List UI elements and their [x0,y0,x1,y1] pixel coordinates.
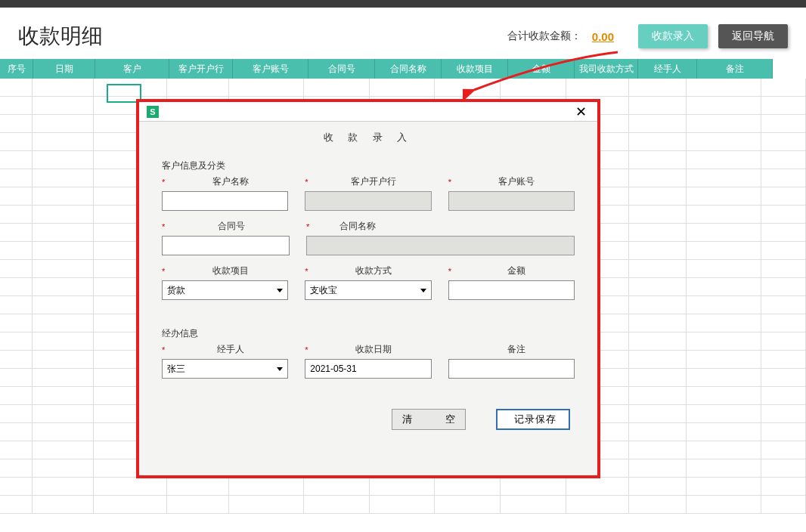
save-button[interactable]: 记录保存 [496,409,570,430]
header-right-group: 合计收款金额： 0.00 收款录入 返回导航 [507,24,788,48]
label-receipt-method: 收款方式 [316,264,432,277]
modal-body: 收 款 录 入 客户信息及分类 *客户名称 *客户开户行 *客户账号 [139,122,597,442]
total-amount-value[interactable]: 0.00 [592,30,614,43]
col-contract: 合同号 [308,59,375,79]
clear-button[interactable]: 清 空 [392,409,466,430]
label-receipt-date: 收款日期 [316,343,432,356]
input-customer-bank[interactable] [305,191,431,211]
label-customer-account: 客户账号 [459,175,575,188]
label-customer-bank: 客户开户行 [316,175,432,188]
label-receipt-item: 收款项目 [172,264,288,277]
input-contract-no[interactable] [162,236,290,255]
col-date: 日期 [33,59,95,79]
modal-title-bar: S ✕ [139,102,597,122]
section-customer-info: 客户信息及分类 [162,159,575,172]
col-item: 收款项目 [442,59,508,79]
col-serial: 序号 [0,59,33,79]
col-method: 我司收款方式 [575,59,638,79]
col-bank: 客户开户行 [169,59,233,79]
col-handler: 经手人 [638,59,697,79]
label-handler: 经手人 [172,343,288,356]
col-customer: 客户 [95,59,169,79]
entry-button[interactable]: 收款录入 [638,24,708,48]
back-nav-button[interactable]: 返回导航 [718,24,788,48]
input-customer-account[interactable] [448,191,575,211]
page-title: 收款明细 [18,22,103,51]
input-receipt-date[interactable] [305,359,431,379]
window-top-bar [0,0,806,8]
col-remark: 备注 [697,59,773,79]
modal-highlight-frame: S ✕ 收 款 录 入 客户信息及分类 *客户名称 *客户开户行 *客户账号 [136,99,600,478]
table-row [0,496,806,514]
label-amount: 金额 [459,264,575,277]
col-contract-name: 合同名称 [375,59,442,79]
modal-title: 收 款 录 入 [162,131,575,144]
select-handler[interactable]: 张三 [162,359,288,379]
col-amount: 金额 [508,59,575,79]
label-contract-no: 合同号 [172,220,290,233]
select-receipt-item[interactable]: 货款 [162,280,288,300]
input-amount[interactable] [448,280,575,300]
input-customer-name[interactable] [162,191,288,211]
label-customer-name: 客户名称 [172,175,288,188]
select-receipt-method[interactable]: 支收宝 [305,280,431,300]
table-row [0,478,806,496]
label-remark: 备注 [459,343,575,356]
label-contract-name: 合同名称 [317,220,575,233]
input-contract-name[interactable] [306,236,575,255]
entry-modal: S ✕ 收 款 录 入 客户信息及分类 *客户名称 *客户开户行 *客户账号 [139,102,597,475]
column-header-row: 序号 日期 客户 客户开户行 客户账号 合同号 合同名称 收款项目 金额 我司收… [0,59,806,79]
total-amount-label: 合计收款金额： [507,29,581,43]
input-remark[interactable] [448,359,575,379]
section-handler-info: 经办信息 [162,327,575,340]
app-icon: S [147,106,159,118]
table-row [0,79,806,97]
col-account: 客户账号 [233,59,308,79]
page-header: 收款明细 合计收款金额： 0.00 收款录入 返回导航 [0,8,806,59]
close-icon[interactable]: ✕ [572,104,590,120]
